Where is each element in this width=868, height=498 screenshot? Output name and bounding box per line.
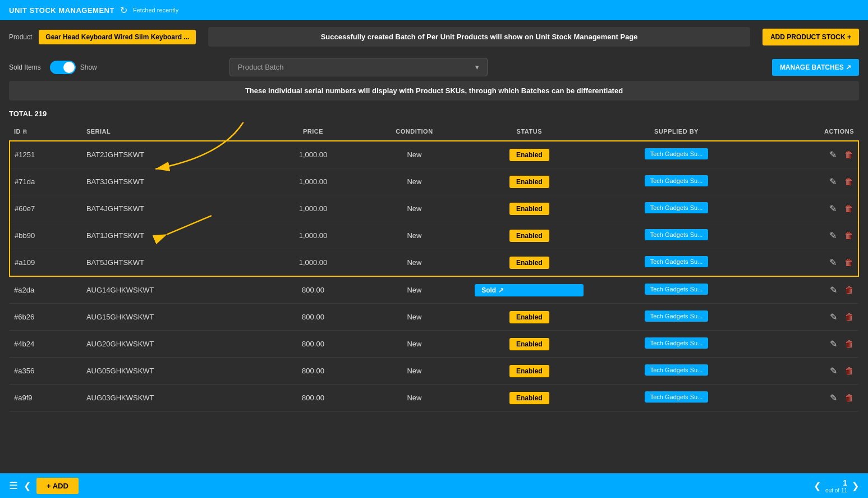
edit-icon[interactable]: ✎ [829,149,837,160]
supplier-badge[interactable]: Tech Gadgets Su... [645,229,709,240]
show-label: Show [80,63,97,71]
cell-status: Enabled [470,249,588,277]
cell-condition: New [359,195,470,222]
cell-supplier: Tech Gadgets Su... [588,141,764,168]
edit-icon[interactable]: ✎ [829,203,837,214]
cell-status: Enabled [470,141,588,168]
delete-icon[interactable]: 🗑 [845,285,854,295]
cell-serial: AUG20GHKWSKWT [82,331,268,358]
table-row: #6b26 AUG15GHKWSKWT 800.00 New Enabled T… [10,304,858,331]
cell-condition: New [359,358,470,385]
product-label: Product [9,33,32,41]
supplier-badge[interactable]: Tech Gadgets Su... [645,364,709,376]
delete-icon[interactable]: 🗑 [844,231,853,241]
delete-icon[interactable]: 🗑 [845,339,854,349]
cell-actions: ✎ 🗑 [765,195,858,222]
edit-icon[interactable]: ✎ [830,312,837,322]
cell-condition: New [359,249,470,277]
supplier-badge[interactable]: Tech Gadgets Su... [645,148,709,159]
status-badge: Sold ↗ [475,284,584,296]
status-badge: Enabled [509,311,549,323]
supplier-badge[interactable]: Tech Gadgets Su... [645,284,709,295]
table-header-row: ID ⎘ SERIAL PRICE CONDITION STATUS SUPPL… [10,122,858,141]
delete-icon[interactable]: 🗑 [844,258,853,268]
supplier-badge[interactable]: Tech Gadgets Su... [645,175,709,186]
action-icons: ✎ 🗑 [769,257,853,268]
supplier-badge[interactable]: Tech Gadgets Su... [645,310,709,322]
cell-price: 1,000.00 [268,222,359,249]
cell-supplier: Tech Gadgets Su... [588,331,764,358]
supplier-badge[interactable]: Tech Gadgets Su... [645,256,709,267]
status-badge: Enabled [509,149,549,161]
stock-table: ID ⎘ SERIAL PRICE CONDITION STATUS SUPPL… [9,122,859,412]
cell-id: #bb90 [10,222,82,249]
cell-condition: New [359,331,470,358]
edit-icon[interactable]: ✎ [830,339,837,349]
col-supplier: SUPPLIED BY [588,122,764,141]
col-actions: ACTIONS [765,122,858,141]
cell-status: Sold ↗ [470,276,588,304]
cell-status: Enabled [470,358,588,385]
add-product-stock-button[interactable]: ADD PRODUCT STOCK + [763,29,859,45]
cell-actions: ✎ 🗑 [765,141,858,168]
cell-id: #1251 [10,141,82,168]
cell-price: 800.00 [268,385,359,412]
delete-icon[interactable]: 🗑 [844,177,853,187]
total-count: TOTAL 219 [0,105,868,122]
toggle-switch[interactable] [50,61,76,74]
fetched-text: Fetched recently [133,7,178,13]
cell-actions: ✎ 🗑 [765,304,858,331]
delete-icon[interactable]: 🗑 [845,393,854,403]
cell-condition: New [359,168,470,195]
edit-icon[interactable]: ✎ [829,257,837,268]
product-value: Gear Head Keyboard Wired Slim Keyboard .… [39,30,196,44]
cell-status: Enabled [470,304,588,331]
cell-serial: AUG15GHKWSKWT [82,304,268,331]
edit-icon[interactable]: ✎ [829,176,837,187]
status-badge: Enabled [509,365,549,377]
status-badge: Enabled [509,338,549,350]
cell-id: #4b24 [10,331,82,358]
delete-icon[interactable]: 🗑 [844,204,853,214]
action-icons: ✎ 🗑 [769,339,854,349]
supplier-badge[interactable]: Tech Gadgets Su... [645,391,709,403]
cell-supplier: Tech Gadgets Su... [588,276,764,304]
manage-batches-button[interactable]: MANAGE BATCHES ↗ [772,59,859,76]
cell-condition: New [359,385,470,412]
cell-supplier: Tech Gadgets Su... [588,195,764,222]
delete-icon[interactable]: 🗑 [844,150,853,160]
chevron-down-icon: ▾ [475,63,479,71]
table-row: #a356 AUG05GHKWSKWT 800.00 New Enabled T… [10,358,858,385]
cell-serial: BAT5JGHTSKWT [82,249,268,277]
edit-icon[interactable]: ✎ [830,365,837,376]
table-row: #1251 BAT2JGHTSKWT 1,000.00 New Enabled … [10,141,858,168]
status-badge: Enabled [509,176,549,188]
supplier-badge[interactable]: Tech Gadgets Su... [645,337,709,349]
delete-icon[interactable]: 🗑 [845,366,854,376]
top-bar: UNIT STOCK MANAGEMENT ↻ Fetched recently [0,0,868,20]
cell-condition: New [359,141,470,168]
edit-icon[interactable]: ✎ [829,230,837,241]
supplier-badge[interactable]: Tech Gadgets Su... [645,202,709,213]
cell-status: Enabled [470,168,588,195]
refresh-icon[interactable]: ↻ [120,5,127,16]
delete-icon[interactable]: 🗑 [845,312,854,322]
cell-condition: New [359,222,470,249]
header-row: Product Gear Head Keyboard Wired Slim Ke… [0,20,868,53]
status-badge: Enabled [509,392,549,404]
col-status: STATUS [470,122,588,141]
edit-icon[interactable]: ✎ [830,392,837,403]
notification-banner: Successfully created Batch of Per Unit P… [208,27,750,47]
edit-icon[interactable]: ✎ [830,285,837,295]
second-row: Sold Items Show Product Batch ▾ MANAGE B… [0,53,868,81]
cell-price: 1,000.00 [268,249,359,277]
cell-price: 800.00 [268,276,359,304]
product-batch-dropdown[interactable]: Product Batch ▾ [229,58,488,76]
status-badge: Enabled [509,257,549,269]
sold-items-toggle[interactable]: Show [50,61,97,74]
cell-actions: ✎ 🗑 [765,168,858,195]
main-content: Product Gear Head Keyboard Wired Slim Ke… [0,20,868,473]
action-icons: ✎ 🗑 [769,176,853,187]
status-badge: Enabled [509,203,549,215]
app-title: UNIT STOCK MANAGEMENT [9,6,114,15]
